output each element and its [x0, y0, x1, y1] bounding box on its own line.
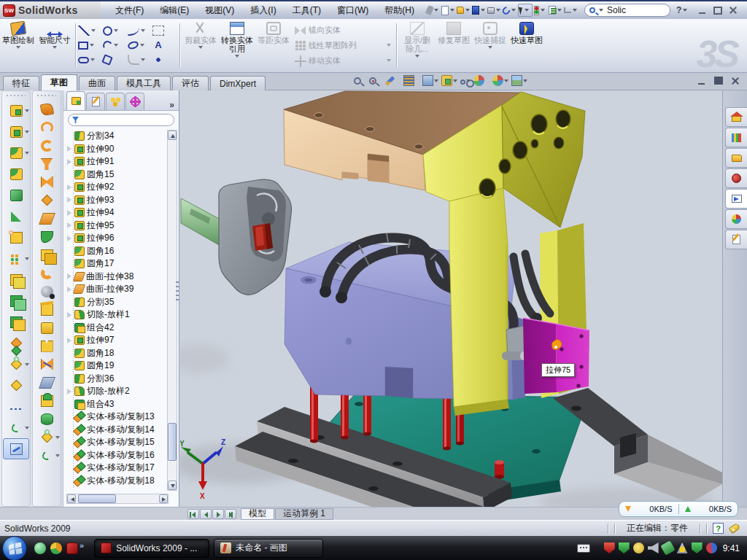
dropdown-arrow-icon[interactable]	[511, 9, 516, 12]
propertymanager-tab[interactable]	[86, 93, 105, 110]
dropdown-arrow-icon[interactable]	[434, 79, 438, 82]
loft-icon[interactable]	[34, 136, 60, 155]
quick-launch-solidworks-icon[interactable]	[66, 542, 78, 554]
quick-launch-media-icon[interactable]	[50, 542, 62, 554]
insert-part-icon[interactable]	[3, 354, 29, 375]
dropdown-arrow-icon[interactable]	[450, 9, 454, 12]
tray-badge-icon[interactable]	[633, 542, 644, 553]
move-copy-body-icon[interactable]	[3, 332, 29, 354]
tab-features[interactable]: 特征	[3, 76, 39, 90]
pin-icon[interactable]	[426, 4, 441, 17]
move-entities-button[interactable]: 移动实体	[295, 54, 391, 67]
featuremanager-tab[interactable]	[66, 91, 85, 110]
dropdown-arrow-icon[interactable]	[504, 79, 508, 82]
scroll-thumb[interactable]	[168, 423, 177, 461]
configurationmanager-tab[interactable]	[106, 93, 125, 110]
dropdown-arrow-icon[interactable]	[235, 55, 239, 58]
dropdown-arrow-icon[interactable]	[114, 29, 118, 32]
dropdown-arrow-icon[interactable]	[453, 79, 457, 82]
feature-tree-item[interactable]: 切除-放样2	[65, 385, 169, 398]
dropdown-arrow-icon[interactable]	[25, 427, 29, 429]
tab-surfaces[interactable]: 曲面	[79, 76, 115, 90]
shell-icon[interactable]	[3, 184, 29, 206]
feature-tree-item[interactable]: 拉伸97	[65, 334, 169, 347]
menu-item[interactable]: 工具(T)	[285, 2, 328, 19]
feature-tree-item[interactable]: 拉伸90	[65, 143, 169, 156]
revolve-icon[interactable]	[34, 118, 60, 136]
solid-box-icon[interactable]	[34, 319, 60, 337]
feature-tree-item[interactable]: 拉伸95	[65, 219, 169, 233]
feature-tree-item[interactable]: 实体-移动/复制17	[65, 462, 169, 475]
dropdown-arrow-icon[interactable]	[141, 29, 145, 32]
slot-icon[interactable]	[78, 52, 103, 67]
linear-sketch-pattern-button[interactable]: 线性草图阵列	[295, 39, 391, 52]
solidworks-search-tab[interactable]	[725, 168, 747, 188]
last-tab-button[interactable]	[225, 509, 236, 519]
chamfer-icon[interactable]	[3, 163, 29, 184]
menu-item[interactable]: 视图(V)	[198, 2, 241, 19]
expand-arrow-icon[interactable]	[66, 146, 72, 152]
tray-network-warning-icon[interactable]	[677, 542, 688, 553]
dome-icon[interactable]	[34, 392, 60, 410]
select-area-icon[interactable]	[152, 23, 177, 38]
arc-icon[interactable]	[103, 38, 128, 52]
dropdown-arrow-icon[interactable]	[25, 363, 29, 366]
display-style-icon[interactable]	[441, 74, 458, 87]
manager-tabs-overflow[interactable]: »	[169, 100, 174, 110]
repair-sketch-button[interactable]: 修复草图	[436, 19, 472, 72]
dropdown-arrow-icon[interactable]	[525, 9, 529, 12]
dropdown-arrow-icon[interactable]	[387, 44, 391, 47]
spline-curve-icon[interactable]	[3, 417, 29, 438]
feature-tree-item[interactable]: 圆角15	[65, 168, 169, 182]
apply-scene-icon[interactable]	[492, 74, 509, 87]
feature-tree-item[interactable]: 实体-移动/复制15	[65, 436, 169, 449]
feature-tree-item[interactable]: 实体-移动/复制18	[65, 475, 169, 488]
dropdown-arrow-icon[interactable]	[53, 46, 57, 49]
spline-icon[interactable]	[128, 23, 152, 38]
display-delete-relations-button[interactable]: 显示/删除几...	[399, 19, 436, 72]
menu-item[interactable]: 文件(F)	[108, 2, 151, 19]
new-document-icon[interactable]	[441, 4, 456, 17]
dropdown-arrow-icon[interactable]	[91, 29, 96, 32]
expand-arrow-icon[interactable]	[66, 338, 72, 343]
tab-evaluate[interactable]: 评估	[172, 76, 209, 90]
ellipse-icon[interactable]	[128, 38, 152, 52]
dropdown-arrow-icon[interactable]	[55, 436, 60, 439]
linear-pattern-icon[interactable]	[3, 248, 29, 269]
tab-dimxpert[interactable]: DimXpert	[210, 76, 266, 90]
scroll-right-button[interactable]	[159, 494, 168, 503]
split-icon[interactable]	[3, 311, 29, 332]
tab-sketch[interactable]: 草图	[41, 74, 77, 90]
construction-geometry-icon[interactable]	[3, 396, 29, 417]
sketch-fillet-icon[interactable]	[128, 52, 152, 67]
mirror-entities-button[interactable]: 镜向实体	[295, 23, 391, 36]
dropdown-arrow-icon[interactable]	[16, 46, 20, 49]
motion-study-tab[interactable]: 运动算例 1	[275, 508, 333, 520]
dropdown-arrow-icon[interactable]	[415, 55, 419, 58]
dropdown-arrow-icon[interactable]	[25, 257, 29, 260]
zoom-selection-icon[interactable]	[384, 75, 401, 87]
dropdown-arrow-icon[interactable]	[25, 152, 29, 155]
combine-icon[interactable]	[3, 269, 29, 290]
trim-entities-button[interactable]: 剪裁实体	[182, 19, 219, 72]
taskbar-paint-button[interactable]: 未命名 - 画图	[214, 539, 323, 558]
cylinder-boss-icon[interactable]	[34, 410, 60, 428]
status-help-icon[interactable]: ?	[713, 523, 724, 534]
search-dropdown-icon[interactable]	[599, 9, 603, 12]
offset-entities-button[interactable]: 等距实体	[255, 19, 292, 72]
feature-tree-item[interactable]: 实体-移动/复制14	[65, 424, 169, 437]
scroll-down-button[interactable]	[168, 481, 177, 490]
help-button[interactable]: ?	[676, 5, 681, 15]
zoom-fit-icon[interactable]	[353, 77, 367, 85]
taskbar-clock[interactable]: 9:41	[723, 543, 740, 553]
zoom-area-icon[interactable]	[368, 77, 382, 85]
dropdown-arrow-icon[interactable]	[114, 44, 118, 47]
tray-shield-plus-icon[interactable]	[692, 542, 703, 553]
dropdown-arrow-icon[interactable]	[523, 79, 527, 82]
dropdown-arrow-icon[interactable]	[141, 58, 145, 61]
select-icon[interactable]	[518, 4, 533, 17]
close-button[interactable]	[727, 5, 739, 16]
expand-arrow-icon[interactable]	[66, 287, 72, 292]
dropdown-arrow-icon[interactable]	[90, 44, 94, 47]
scroll-up-button[interactable]	[168, 131, 177, 140]
